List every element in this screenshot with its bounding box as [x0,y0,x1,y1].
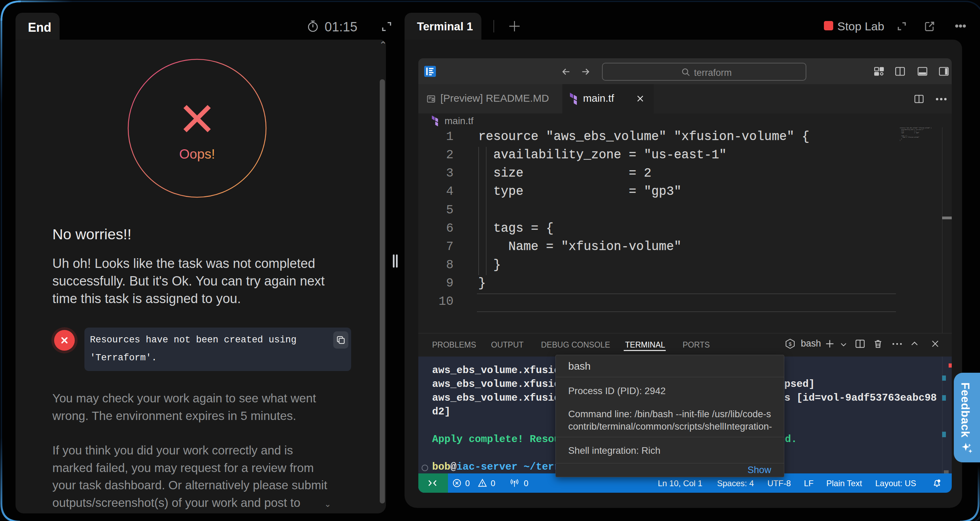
svg-text:$: $ [789,341,792,347]
svg-text:Oops!: Oops! [179,147,215,161]
